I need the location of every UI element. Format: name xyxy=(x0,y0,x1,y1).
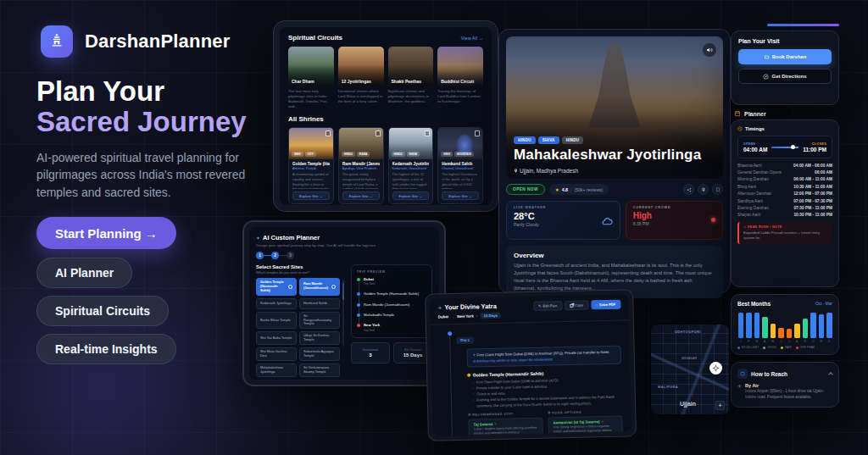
bookmark-icon[interactable] xyxy=(376,130,381,136)
month-bar xyxy=(810,313,816,338)
itinerary-name: Golden Temple (Harmandir Sahib) xyxy=(364,291,419,296)
share-button[interactable] xyxy=(683,184,694,195)
deselect-icon[interactable] xyxy=(288,285,292,289)
month-bar xyxy=(754,313,760,338)
map-pin-button[interactable] xyxy=(698,184,709,195)
circuit-card[interactable]: Char Dham The four most holy pilgrimage … xyxy=(288,47,334,109)
deselect-icon[interactable] xyxy=(331,285,336,289)
explore-site-button[interactable]: Explore Site → xyxy=(392,191,430,200)
brand-name: DarshanPlanner xyxy=(85,31,231,53)
map-label-malipura: MALIPURA xyxy=(658,386,678,389)
site-chip[interactable]: Kedarnath Jyotirlinga xyxy=(256,298,297,309)
month-letter: F xyxy=(748,340,749,343)
bookmark-icon[interactable] xyxy=(475,130,480,136)
bookmark-button[interactable] xyxy=(712,184,723,195)
month-letter: J xyxy=(788,340,790,343)
map-label-sidsagar: SIDSAGAR xyxy=(682,357,697,360)
audio-button[interactable] xyxy=(703,43,716,57)
step-1[interactable]: 1 xyxy=(256,252,264,259)
month-letter: O xyxy=(812,340,815,343)
shrine-card-list: SIKH CITY Golden Temple (Harmand... Amri… xyxy=(288,127,483,204)
planner-title: Planner xyxy=(744,111,766,117)
explore-site-button[interactable]: Explore Site → xyxy=(342,191,380,200)
shrine-location: Kedarnath, Uttarakhand xyxy=(392,167,430,170)
all-shrines-title: All Shrines xyxy=(288,115,483,123)
get-directions-button[interactable]: Get Directions xyxy=(738,69,832,84)
shrine-card: SIKH MOUNTAIN Hemkund Sahib Chamoli, Utt… xyxy=(437,127,483,204)
circuit-card[interactable]: Buddhist Circuit Tracing the footsteps o… xyxy=(437,47,483,109)
step-3[interactable]: 3 xyxy=(287,252,294,259)
month-bar xyxy=(803,319,809,338)
bookmark-icon[interactable] xyxy=(425,130,430,136)
landing-page: DarshanPlanner Plan Your Sacred Journey … xyxy=(0,0,868,455)
circuit-card[interactable]: 12 Jyotirlingas Devotional shrines where… xyxy=(338,47,384,109)
start-planning-button[interactable]: Start Planning → xyxy=(36,217,176,249)
explore-site-button[interactable]: Explore Site → xyxy=(292,191,330,200)
copy-button[interactable]: Copy xyxy=(565,300,588,310)
locate-button[interactable] xyxy=(709,362,722,375)
chips-scrollbar[interactable] xyxy=(342,280,344,346)
restaurant-card[interactable]: Aamantran (at Taj Swarna) ↗ Fine Dining … xyxy=(548,415,623,436)
shrine-tag: HINDU xyxy=(342,152,355,157)
site-chip[interactable]: Mahakaleshwar Jyotirlinga xyxy=(256,363,297,377)
title-line-1: Plan Your xyxy=(36,76,247,107)
month-letter: A xyxy=(796,340,798,343)
star-icon: ★ xyxy=(555,187,559,192)
shrine-card: HINDU SHIVA Kedarnath Jyotirlinga Kedarn… xyxy=(388,127,434,204)
stay-header: RECOMMENDED STAY xyxy=(468,411,542,416)
month-bar-column: M xyxy=(770,324,776,343)
best-months-title: Best Months xyxy=(737,301,771,307)
site-chip[interactable]: Udupi Sri Krishna Temple xyxy=(299,331,340,345)
month-bar xyxy=(771,324,776,338)
schedule-row: Bhog Aarti 10:30 AM - 11:00 AM xyxy=(737,183,832,190)
itinerary-item: New York Trip End xyxy=(357,323,426,331)
save-pdf-button[interactable]: ↓Save PDF xyxy=(591,300,621,310)
compass-icon xyxy=(763,74,769,80)
legend-dot xyxy=(781,347,783,349)
explore-site-button[interactable]: Explore Site → xyxy=(442,191,479,200)
legend-item: FAIR xyxy=(781,346,792,349)
chevron-up-icon[interactable] xyxy=(828,372,833,377)
edit-plan-button[interactable]: ✎Edit Plan xyxy=(533,301,563,311)
schedule-time: 07:00 PM - 07:30 PM xyxy=(793,199,832,203)
open-now-badge: OPEN NOW xyxy=(506,184,545,195)
shrine-tag: HINDU xyxy=(392,152,405,157)
site-chip[interactable]: Sri Venkateswara Swamy Temple xyxy=(299,363,340,377)
month-bar-column: N xyxy=(818,314,825,343)
reviews-count: (50k+ reviews) xyxy=(574,187,603,192)
site-chip[interactable]: Banke Bihari Temple xyxy=(256,312,297,330)
shrine-image: SIKH MOUNTAIN xyxy=(438,128,482,159)
zoom-in-button[interactable]: + xyxy=(715,401,725,410)
month-bar-column: F xyxy=(746,313,753,343)
circuit-description: Devotional shrines where Lord Shiva is w… xyxy=(338,89,384,104)
stat-value: 3 xyxy=(369,352,371,358)
site-chip[interactable]: Golden Temple (Harmandir Sahib) xyxy=(256,278,297,296)
circuit-card[interactable]: Shakti Peethas Significant shrines and p… xyxy=(388,47,434,109)
select-sites-subtitle: Which temples do you wish to visit? xyxy=(256,270,344,275)
route-days-badge: 15 Days xyxy=(480,313,501,319)
itinerary-dot xyxy=(357,278,360,281)
schedule-name: Afternoon Darshan xyxy=(737,191,771,196)
badge-hindu: HINDU xyxy=(514,136,536,144)
hotel-card[interactable]: Taj Swarna ↗ 5 Star • Modern luxury hote… xyxy=(468,417,543,436)
month-letter: D xyxy=(828,340,830,343)
site-chip-label: Banke Bihari Temple xyxy=(260,319,291,323)
flight-tip: ◎ Amritsar city center or near airport f… xyxy=(473,356,615,363)
site-chip[interactable]: Sabarimala Ayyappa Temple xyxy=(299,347,340,361)
gradient-accent-bar xyxy=(767,24,839,26)
site-chip-label: Ram Mandir (Janmabhoomi) xyxy=(303,282,331,291)
site-chip[interactable]: Sri Ranganathaswamy Temple xyxy=(299,312,340,330)
book-darshan-button[interactable]: Book Darshan xyxy=(738,49,832,64)
month-letter: N xyxy=(821,340,822,343)
bookmark-icon[interactable] xyxy=(326,130,331,136)
step-2[interactable]: 2 xyxy=(271,252,279,259)
best-months-card: Best Months Oct - Mar J F M A M xyxy=(731,294,839,355)
itinerary-name-text: Ram Mandir (Janmabhoomi) xyxy=(364,302,409,307)
site-chip[interactable]: Shri Sai Baba Temple xyxy=(256,331,297,345)
copy-icon xyxy=(570,303,573,307)
site-chip[interactable]: Shri Mata Vaishno Devi xyxy=(256,347,297,361)
site-chip[interactable]: Hemkund Sahib xyxy=(299,298,340,309)
site-chip[interactable]: Ram Mandir (Janmabhoomi) xyxy=(299,278,340,296)
view-all-link[interactable]: View All → xyxy=(461,36,483,41)
copy-label: Copy xyxy=(575,303,583,308)
